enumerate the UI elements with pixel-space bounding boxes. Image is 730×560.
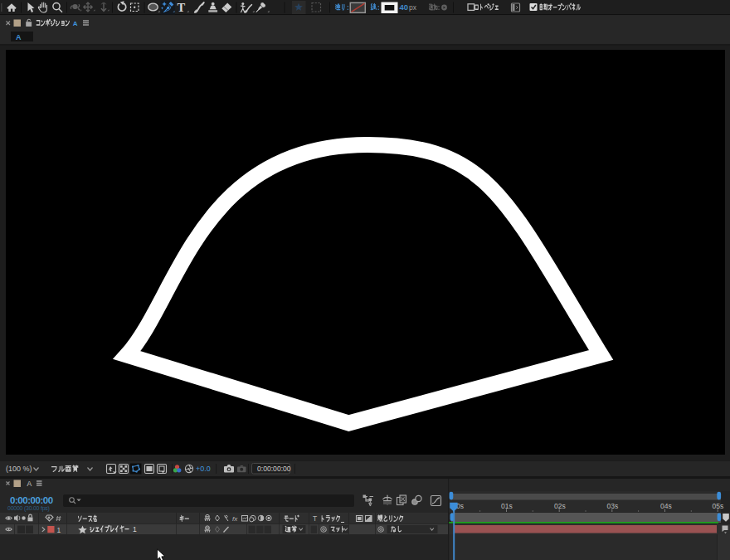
svg-text:T: T	[313, 514, 317, 523]
svg-text:1: 1	[133, 525, 137, 533]
svg-text:A: A	[27, 480, 32, 488]
svg-text:1: 1	[57, 526, 61, 534]
svg-text:0:00:00:00: 0:00:00:00	[257, 465, 291, 473]
svg-text:+0.0: +0.0	[196, 465, 211, 473]
svg-text:03s: 03s	[607, 502, 619, 510]
svg-text:02s: 02s	[554, 502, 566, 510]
svg-text:(100 %): (100 %)	[6, 465, 32, 473]
svg-text:00000 (30.00 fps): 00000 (30.00 fps)	[7, 505, 50, 512]
svg-text:04s: 04s	[660, 502, 672, 510]
svg-text:fx: fx	[232, 515, 238, 523]
svg-text:0:00:00:00: 0:00:00:00	[10, 495, 53, 505]
